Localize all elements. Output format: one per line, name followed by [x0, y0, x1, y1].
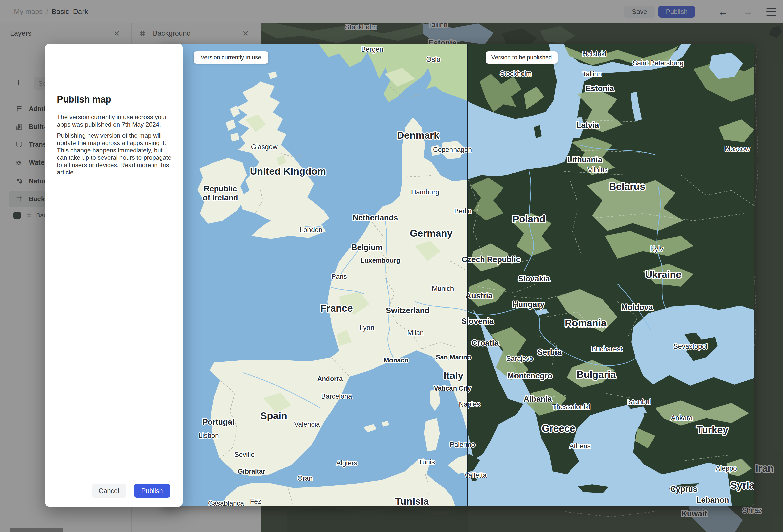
- map-label: Belgium: [351, 243, 382, 252]
- map-label: Seville: [234, 451, 255, 458]
- map-label: Andorra: [317, 375, 343, 382]
- map-label: Athens: [569, 442, 591, 450]
- map-label: Saint Petersburg: [632, 59, 683, 67]
- map-label: Poland: [512, 214, 545, 224]
- map-label: Croatia: [472, 339, 499, 347]
- map-label: Belarus: [609, 181, 645, 192]
- map-label: Paris: [331, 273, 347, 280]
- map-label: Slovakia: [518, 274, 550, 283]
- app-screen: StockholmTallinnEstoniaIranShirazKuwait …: [0, 0, 783, 532]
- map-label: Lebanon: [696, 496, 729, 504]
- map-label: Latvia: [576, 121, 599, 130]
- map-label: Switzerland: [386, 306, 430, 315]
- map-label: of Ireland: [203, 193, 238, 202]
- version-compare-panel[interactable]: BergenOsloGlasgowUnited KingdomRepublico…: [162, 43, 754, 506]
- map-label: Tallinn: [583, 70, 602, 78]
- map-label: Bulgaria: [576, 369, 616, 380]
- map-label: Serbia: [537, 348, 562, 356]
- map-label: Naples: [459, 401, 480, 408]
- map-label: Algiers: [336, 459, 357, 467]
- map-label: Denmark: [397, 130, 439, 141]
- compare-map-svg: BergenOsloGlasgowUnited KingdomRepublico…: [162, 43, 754, 506]
- map-label: Barcelona: [321, 393, 352, 400]
- map-label: Tunis: [418, 458, 435, 466]
- map-label: Sevastopol: [674, 343, 707, 350]
- map-label: Lithuania: [567, 155, 602, 164]
- map-label: Germany: [410, 228, 452, 239]
- map-label: Greece: [542, 423, 575, 434]
- map-label: Kyiv: [650, 245, 663, 253]
- map-label: Monaco: [384, 356, 408, 364]
- dialog-paragraph-2-period: .: [73, 169, 75, 176]
- map-label: Sarajevo: [506, 355, 533, 363]
- map-label: Berlin: [454, 207, 471, 215]
- map-label: Cyprus: [670, 485, 697, 494]
- map-label: Spain: [260, 410, 287, 421]
- map-label: Syria: [730, 480, 754, 491]
- map-label: Ankara: [671, 414, 693, 421]
- map-label: Moldova: [621, 303, 653, 312]
- map-label: Netherlands: [352, 213, 398, 222]
- map-label: Fez: [250, 498, 261, 505]
- map-label: Copenhagen: [433, 146, 472, 153]
- map-label: Tunisia: [395, 496, 429, 506]
- map-label: Glasgow: [251, 143, 278, 151]
- map-label: Oslo: [426, 56, 440, 63]
- map-label: Lisbon: [199, 432, 219, 439]
- dialog-actions: Cancel Publish: [92, 484, 170, 498]
- map-label: Aleppo: [716, 465, 737, 472]
- map-label: Thessaloniki: [552, 403, 590, 411]
- map-label: Munich: [432, 285, 454, 292]
- map-label: Vilnius: [588, 166, 607, 174]
- map-label: France: [320, 303, 353, 314]
- map-label: Oran: [297, 474, 313, 482]
- dialog-paragraph-2: Publishing new version of the map will u…: [57, 132, 173, 176]
- publish-map-dialog: Publish map The version currently in use…: [45, 43, 183, 507]
- map-label: Palermo: [450, 441, 475, 448]
- map-label: Luxembourg: [361, 257, 400, 264]
- dialog-title: Publish map: [57, 94, 111, 105]
- map-label: Istanbul: [627, 398, 651, 406]
- map-label: Casablanca: [208, 500, 245, 506]
- map-label: Albania: [524, 395, 552, 403]
- map-label: Stockholm: [500, 70, 532, 77]
- map-label: San Marino: [436, 353, 471, 361]
- map-label: London: [300, 226, 322, 233]
- map-label: Slovenia: [461, 317, 494, 326]
- map-label: Vatican City: [434, 384, 471, 392]
- map-label: Moscow: [724, 145, 750, 153]
- map-label: Montenegro: [507, 371, 552, 380]
- dialog-paragraph-2-text: Publishing new version of the map will u…: [57, 132, 171, 168]
- map-label: Hamburg: [411, 188, 439, 196]
- dialog-paragraph-1: The version currently in use across your…: [57, 114, 173, 128]
- version-current-badge: Version currently in use: [194, 51, 268, 64]
- map-label: Austria: [466, 291, 493, 300]
- cancel-button[interactable]: Cancel: [92, 484, 126, 498]
- map-label: Milan: [407, 329, 424, 337]
- compare-split-divider[interactable]: [467, 43, 468, 506]
- dialog-body: The version currently in use across your…: [57, 114, 173, 176]
- map-label: Hungary: [512, 300, 544, 309]
- map-label: Gibraltar: [238, 467, 265, 475]
- version-new-badge: Version to be published: [486, 51, 558, 64]
- map-label: Bucharest: [591, 345, 622, 353]
- map-label: Bergen: [361, 45, 383, 53]
- map-label: Romania: [565, 318, 606, 328]
- map-label: Portugal: [202, 417, 234, 427]
- map-label: United Kingdom: [250, 166, 326, 177]
- map-label: Czech Republic: [462, 255, 520, 264]
- publish-button-dialog[interactable]: Publish: [134, 484, 170, 498]
- map-label: Ukraine: [645, 269, 681, 280]
- map-label: Valencia: [294, 420, 320, 428]
- map-label: Republic: [204, 184, 237, 193]
- map-label: Turkey: [697, 425, 728, 435]
- map-label: Estonia: [586, 84, 614, 93]
- map-label: Helsinki: [582, 50, 606, 58]
- map-label: Lyon: [359, 324, 374, 332]
- map-label: Italy: [444, 370, 463, 381]
